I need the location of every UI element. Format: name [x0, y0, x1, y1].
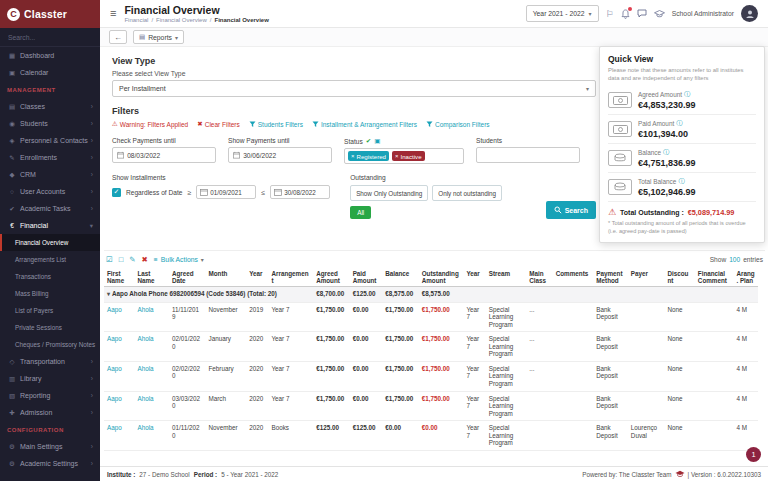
column-header[interactable]: Arrangement [268, 268, 313, 287]
cell-first-name[interactable]: Aapo [104, 302, 134, 332]
column-header[interactable]: Payment Method [593, 268, 628, 287]
date-from-picker[interactable] [196, 185, 256, 199]
sidebar-item-classes[interactable]: ▤Classes› [0, 98, 100, 115]
sidebar-item-students[interactable]: ◉Students› [0, 115, 100, 132]
regardless-of-date-checkbox[interactable]: ✓ [112, 188, 121, 197]
sidebar-item-academic-tasks[interactable]: ✔Academic Tasks› [0, 200, 100, 217]
cell-last-name[interactable]: Ahola [134, 361, 169, 391]
logo-text[interactable]: Classter [24, 8, 67, 20]
sidebar-item-reporting[interactable]: ▧Reporting› [0, 387, 100, 404]
sidebar-item-personnel-contacts[interactable]: ◈Personnel & Contacts› [0, 132, 100, 149]
cell-last-name[interactable]: Ahola [134, 332, 169, 362]
column-header[interactable]: Last Name [134, 268, 169, 287]
chat-bubble-badge[interactable]: 1 [746, 447, 761, 462]
sidebar-item-main-settings[interactable]: ⚙Main Settings› [0, 438, 100, 455]
deselect-all-icon[interactable]: □ [119, 255, 124, 264]
flag-icon[interactable]: ⚐ [606, 9, 614, 19]
delete-icon[interactable]: ✖ [142, 255, 148, 264]
only-not-outstanding-button[interactable]: Only not outstanding [432, 185, 502, 201]
students-select[interactable] [476, 147, 580, 163]
date-to-input[interactable] [284, 189, 326, 196]
cell-first-name[interactable]: Aapo [104, 332, 134, 362]
cell-last-name[interactable]: Ahola [134, 391, 169, 421]
bulk-actions-button[interactable]: ≡ Bulk Actions ▾ [154, 256, 204, 263]
reports-button[interactable]: ▤ Reports ▾ [133, 30, 184, 44]
column-header[interactable]: Outstanding Amount [419, 268, 464, 287]
breadcrumb-link[interactable]: Financial Overview [156, 17, 207, 23]
sidebar-item-transportation[interactable]: ◇Transportation› [0, 353, 100, 370]
cell-first-name[interactable]: Aapo [104, 421, 134, 451]
column-header[interactable]: Arang. Plan [733, 268, 758, 287]
remove-tag-icon[interactable]: × [351, 153, 355, 159]
column-header[interactable]: Agreed Amount [313, 268, 350, 287]
group-row[interactable]: ▾Aapo Ahola Phone 6982006594 (Code 53846… [104, 287, 758, 302]
column-header[interactable]: Year [463, 268, 485, 287]
column-header[interactable]: Discount [664, 268, 694, 287]
info-icon[interactable]: ⓘ [676, 119, 682, 128]
column-header[interactable]: Year [246, 268, 268, 287]
search-button[interactable]: Search [546, 201, 596, 219]
column-header[interactable]: First Name [104, 268, 134, 287]
date-to-picker[interactable] [270, 185, 330, 199]
column-header[interactable]: Month [206, 268, 247, 287]
academic-cap-icon[interactable] [654, 10, 665, 18]
date-from-input[interactable] [210, 189, 252, 196]
column-header[interactable]: Comments [553, 268, 594, 287]
select-all-icon[interactable]: ☑ [106, 255, 113, 264]
info-icon[interactable]: ⓘ [684, 90, 690, 99]
show-payments-input[interactable] [243, 152, 327, 159]
year-selector[interactable]: Year 2021 - 2022 ▾ [526, 5, 599, 22]
cell-last-name[interactable]: Ahola [134, 302, 169, 332]
sidebar-item-dashboard[interactable]: ▦Dashboard [0, 47, 100, 64]
edit-icon[interactable]: ✎ [129, 255, 135, 264]
avatar[interactable] [741, 5, 758, 22]
sidebar-item-private-sessions[interactable]: Private Sessions [0, 319, 100, 336]
sidebar-item-library[interactable]: ▥Library› [0, 370, 100, 387]
sidebar-item-academic-settings[interactable]: ⚙Academic Settings› [0, 455, 100, 472]
status-multiselect[interactable]: × Registered × Inactive [344, 148, 464, 164]
breadcrumb-link[interactable]: Financial [124, 17, 148, 23]
show-only-outstanding-button[interactable]: Show Only Outstanding [350, 185, 428, 201]
select-all-check-icon[interactable]: ✔ [366, 137, 371, 145]
column-header[interactable]: Agreed Date [169, 268, 206, 287]
sidebar-item-transactions[interactable]: Transactions [0, 268, 100, 285]
students-input[interactable] [481, 152, 575, 159]
column-header[interactable]: Balance [382, 268, 419, 287]
notifications-bell-icon[interactable] [621, 9, 630, 19]
sidebar-item-financial-overview[interactable]: Financial Overview [0, 234, 100, 251]
check-payments-datepicker[interactable] [112, 147, 216, 163]
sidebar-item-mass-billing[interactable]: Mass Billing [0, 285, 100, 302]
cell-first-name[interactable]: Aapo [104, 391, 134, 421]
cell-last-name[interactable]: Ahola [134, 421, 169, 451]
installment-arrangement-filters-link[interactable]: Installment & Arrangement Filters [312, 121, 417, 128]
column-header[interactable]: Main Class [526, 268, 552, 287]
sidebar-item-arrangements-list[interactable]: Arrangements List [0, 251, 100, 268]
cell-first-name[interactable]: Aapo [104, 361, 134, 391]
column-header[interactable]: Financial Comment [695, 268, 734, 287]
sidebar-item-user-accounts[interactable]: ○User Accounts› [0, 183, 100, 200]
sidebar-search-input[interactable] [8, 34, 92, 41]
menu-toggle-icon[interactable]: ≡ [110, 8, 116, 19]
info-icon[interactable]: ⓘ [678, 177, 684, 186]
column-header[interactable]: Stream [486, 268, 527, 287]
sidebar-item-admission[interactable]: ✚Admission› [0, 404, 100, 421]
back-button[interactable]: ← [109, 30, 127, 44]
info-icon[interactable]: ⓘ [663, 148, 669, 157]
remove-tag-icon[interactable]: × [395, 153, 399, 159]
comparison-filters-link[interactable]: Comparison Filters [426, 121, 490, 128]
check-payments-input[interactable] [127, 152, 211, 159]
clear-filters-link[interactable]: ✖ Clear Filters [197, 120, 240, 128]
sidebar-item-enrollments[interactable]: ✎Enrollments› [0, 149, 100, 166]
sidebar-item-calendar[interactable]: ▣Calendar [0, 64, 100, 81]
view-type-select[interactable]: Per Installment ▾ [112, 80, 596, 97]
column-header[interactable]: Payer [628, 268, 665, 287]
collapse-group-icon[interactable]: ▾ [107, 291, 110, 297]
column-header[interactable]: Paid Amount [350, 268, 382, 287]
sidebar-item-financial[interactable]: €Financial▾ [0, 217, 100, 234]
status-options-icon[interactable]: ▣ [374, 137, 380, 145]
sidebar-item-cheques-promissory-notes[interactable]: Cheques / Promissory Notes [0, 336, 100, 353]
sidebar-item-crm[interactable]: ◆CRM› [0, 166, 100, 183]
all-button[interactable]: All [350, 206, 371, 219]
sidebar-item-list-of-payers[interactable]: List of Payers [0, 302, 100, 319]
entries-count-select[interactable]: 100 [729, 256, 740, 263]
